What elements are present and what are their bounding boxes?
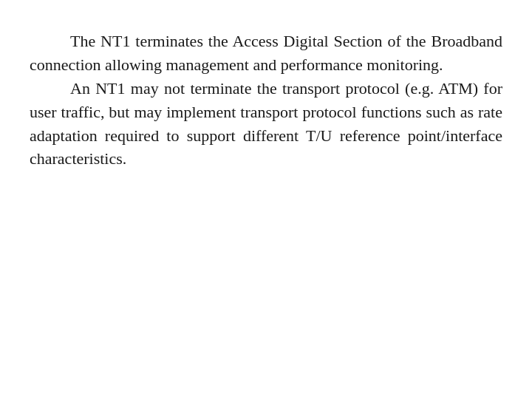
main-content: The NT1 terminates the Access Digital Se… (0, 0, 532, 399)
paragraph-1-text: The NT1 terminates the Access Digital Se… (30, 32, 502, 74)
paragraph-1: The NT1 terminates the Access Digital Se… (30, 30, 502, 77)
paragraph-2: An NT1 may not terminate the transport p… (30, 77, 502, 171)
paragraph-2-text: An NT1 may not terminate the transport p… (30, 79, 502, 168)
